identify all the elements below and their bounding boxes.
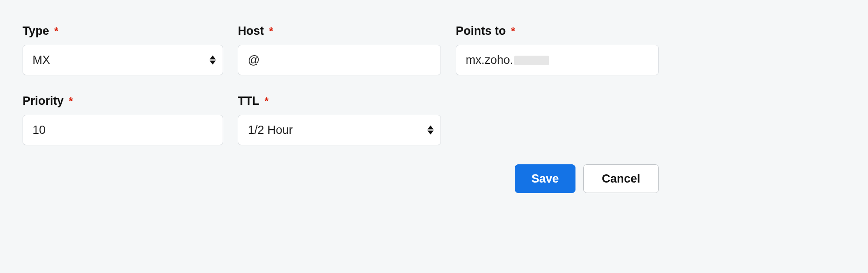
ttl-label-row: TTL * <box>238 94 441 108</box>
select-arrows-icon <box>427 126 434 135</box>
type-label: Type <box>23 24 49 38</box>
priority-label-row: Priority * <box>23 94 223 108</box>
save-button[interactable]: Save <box>515 164 575 193</box>
type-label-row: Type * <box>23 24 223 38</box>
select-arrows-icon <box>210 56 216 65</box>
required-marker: * <box>269 26 273 37</box>
points-to-input[interactable]: mx.zoho. <box>456 45 659 75</box>
points-to-field-group: Points to * mx.zoho. <box>456 24 659 75</box>
cancel-button[interactable]: Cancel <box>583 164 659 193</box>
required-marker: * <box>54 26 58 37</box>
host-input[interactable]: @ <box>238 45 441 75</box>
host-field-group: Host * @ <box>238 24 441 75</box>
type-field-group: Type * MX <box>23 24 223 75</box>
ttl-label: TTL <box>238 94 259 108</box>
priority-label: Priority <box>23 94 64 108</box>
host-label-row: Host * <box>238 24 441 38</box>
type-select[interactable]: MX <box>23 45 223 75</box>
required-marker: * <box>264 96 268 107</box>
ttl-select-value: 1/2 Hour <box>248 123 293 137</box>
required-marker: * <box>511 26 515 37</box>
host-label: Host <box>238 24 264 38</box>
cancel-button-label: Cancel <box>602 172 641 186</box>
priority-input-value: 10 <box>33 123 46 137</box>
points-to-input-value: mx.zoho. <box>466 53 549 67</box>
ttl-select[interactable]: 1/2 Hour <box>238 115 441 145</box>
points-to-label-row: Points to * <box>456 24 659 38</box>
redacted-text <box>514 56 549 65</box>
button-row: Save Cancel <box>23 164 659 193</box>
priority-field-group: Priority * 10 <box>23 94 223 145</box>
type-select-value: MX <box>33 53 50 67</box>
points-to-label: Points to <box>456 24 506 38</box>
required-marker: * <box>69 96 73 107</box>
host-input-value: @ <box>248 53 260 67</box>
ttl-field-group: TTL * 1/2 Hour <box>238 94 441 145</box>
save-button-label: Save <box>531 172 559 186</box>
priority-input[interactable]: 10 <box>23 115 223 145</box>
